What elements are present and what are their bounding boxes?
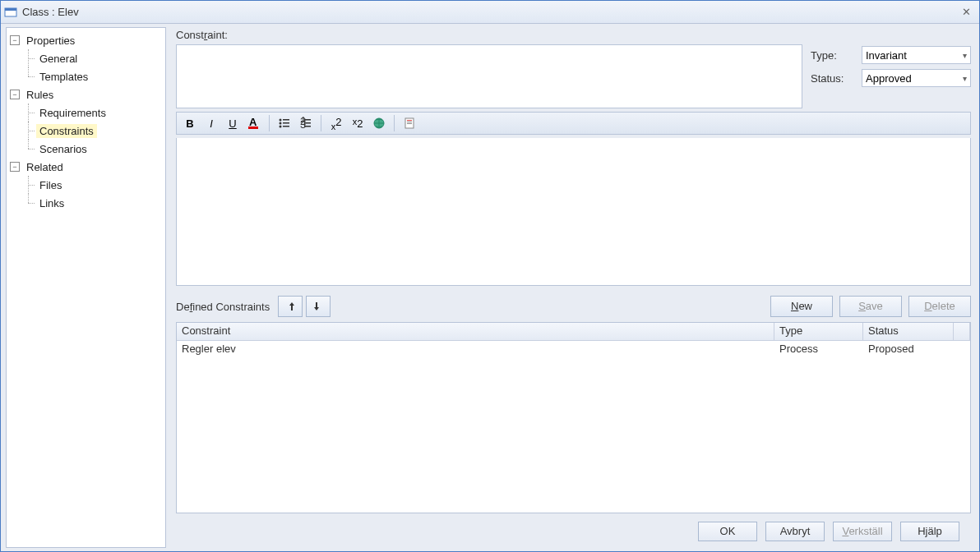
svg-point-8 (280, 126, 282, 128)
tree-label: Constraints (36, 124, 97, 138)
document-button[interactable] (400, 114, 419, 132)
ok-button[interactable]: OK (698, 522, 757, 541)
tree-label: Properties (23, 34, 78, 48)
bullet-list-button[interactable] (275, 114, 294, 132)
tree-general[interactable]: General (7, 49, 165, 67)
constraints-grid: Constraint Type Status Regler elev Proce… (176, 322, 971, 513)
svg-rect-9 (283, 126, 289, 127)
underline-button[interactable]: U (223, 114, 243, 132)
svg-rect-5 (283, 119, 289, 121)
svg-rect-20 (407, 123, 412, 124)
tree-label: Requirements (36, 106, 109, 120)
italic-button[interactable]: I (201, 114, 221, 132)
table-row[interactable]: Regler elev Process Proposed (177, 341, 970, 359)
col-spacer (954, 323, 970, 340)
window-icon (4, 6, 17, 19)
tree-label: Links (36, 196, 67, 210)
tree-panel: − Properties General Templates − Rules R… (6, 27, 166, 548)
window-title: Class : Elev (22, 6, 956, 18)
svg-point-6 (280, 122, 282, 125)
apply-button[interactable]: Verkställ (833, 522, 892, 541)
tree-rules[interactable]: − Rules (7, 85, 165, 104)
help-button[interactable]: Hjälp (900, 522, 959, 541)
tree-label: Related (23, 160, 67, 174)
col-constraint[interactable]: Constraint (177, 323, 774, 340)
status-label: Status: (811, 72, 857, 85)
tree-links[interactable]: Links (7, 194, 165, 212)
editor-area[interactable] (176, 138, 971, 286)
bold-button[interactable]: B (180, 114, 200, 132)
superscript-button[interactable]: x2 (326, 114, 346, 132)
titlebar: Class : Elev ✕ (1, 1, 979, 24)
collapse-icon[interactable]: − (10, 35, 20, 45)
svg-rect-18 (407, 120, 412, 121)
svg-rect-19 (407, 122, 412, 122)
collapse-icon[interactable]: − (10, 162, 20, 172)
tree-label: Files (36, 178, 65, 192)
delete-button[interactable]: Delete (908, 296, 971, 317)
svg-text:A: A (249, 117, 257, 128)
main-panel: Constraint: Type: Invariant Status: Appr… (168, 24, 979, 551)
tree-label: Scenarios (36, 142, 90, 156)
svg-rect-15 (304, 126, 311, 127)
move-down-button[interactable] (306, 296, 331, 317)
tree-constraints[interactable]: Constraints (7, 122, 165, 140)
type-dropdown[interactable]: Invariant (862, 46, 971, 64)
subscript-button[interactable]: x2 (348, 114, 368, 132)
cell-constraint: Regler elev (177, 341, 774, 359)
constraint-label: Constraint: (176, 29, 971, 41)
tree-label: General (36, 52, 81, 66)
move-up-button[interactable] (278, 296, 303, 317)
constraint-input[interactable] (176, 44, 802, 108)
dropdown-value: Invariant (866, 49, 907, 62)
hyperlink-button[interactable] (369, 114, 389, 132)
tree-label: Rules (23, 88, 57, 102)
cell-type: Process (774, 341, 863, 359)
svg-rect-1 (5, 8, 16, 11)
number-list-button[interactable]: 123 (296, 114, 316, 132)
collapse-icon[interactable]: − (10, 90, 20, 99)
dropdown-value: Approved (866, 72, 912, 85)
svg-point-4 (280, 119, 282, 122)
close-button[interactable]: ✕ (956, 4, 976, 21)
defined-constraints-label: Defined Constraints (176, 301, 270, 313)
tree-scenarios[interactable]: Scenarios (7, 140, 165, 158)
svg-rect-7 (283, 122, 289, 124)
col-status[interactable]: Status (863, 323, 954, 340)
cell-status: Proposed (863, 341, 954, 359)
tree-related[interactable]: − Related (7, 158, 165, 176)
tree-label: Templates (36, 70, 91, 84)
new-button[interactable]: New (770, 296, 833, 317)
cancel-button[interactable]: Avbryt (765, 522, 825, 541)
font-color-button[interactable]: A (244, 114, 264, 132)
editor-toolbar: B I U A 123 x2 x2 (176, 112, 971, 135)
grid-header: Constraint Type Status (177, 323, 970, 341)
status-dropdown[interactable]: Approved (862, 69, 971, 87)
tree-templates[interactable]: Templates (7, 67, 165, 85)
col-type[interactable]: Type (774, 323, 863, 340)
tree-properties[interactable]: − Properties (7, 31, 165, 49)
tree-requirements[interactable]: Requirements (7, 104, 165, 122)
svg-rect-3 (248, 126, 258, 129)
tree-files[interactable]: Files (7, 176, 165, 194)
save-button[interactable]: Save (839, 296, 902, 317)
type-label: Type: (811, 49, 857, 62)
svg-text:3: 3 (300, 118, 306, 130)
